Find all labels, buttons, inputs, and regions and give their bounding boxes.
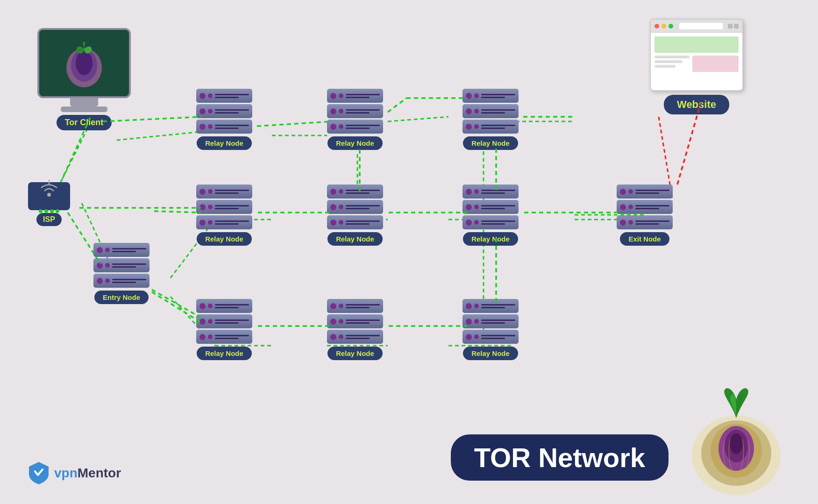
tor-client: Tor Client (37, 28, 131, 130)
server-stack (327, 185, 383, 229)
relay-node-top-1: Relay Node (196, 89, 252, 150)
isp-router: ISP (28, 182, 70, 226)
server-stack (462, 89, 519, 134)
browser-dot-red (654, 24, 659, 28)
browser-dot-yellow (662, 24, 666, 28)
server-stack (327, 89, 383, 134)
router-icon (28, 182, 70, 210)
relay-node-mid-3: Relay Node (462, 185, 519, 246)
svg-point-29 (730, 433, 743, 454)
router-lights (39, 209, 59, 213)
entry-node-label: Entry Node (94, 291, 149, 304)
vpnmentor-text: vpnMentor (54, 466, 121, 481)
tor-client-label: Tor Client (57, 115, 112, 130)
relay-node-bot-2: Relay Node (327, 299, 383, 360)
browser-pink-area (692, 56, 739, 72)
relay-node-mid-2: Relay Node (327, 185, 383, 246)
monitor-base (61, 106, 107, 112)
server-stack (462, 299, 519, 344)
main-diagram: Tor Client ISP (0, 0, 818, 504)
relay-label-t3: Relay Node (463, 136, 518, 150)
svg-line-49 (677, 103, 701, 185)
svg-line-36 (388, 98, 406, 112)
monitor-stand (70, 98, 98, 106)
browser-titlebar (651, 20, 742, 33)
browser-dot-green (669, 24, 673, 28)
server-stack-entry (93, 243, 149, 288)
tor-client-monitor (37, 28, 131, 98)
relay-node-top-3: Relay Node (462, 89, 519, 150)
svg-line-6 (388, 117, 448, 121)
exit-node-label: Exit Node (620, 232, 669, 246)
onion-large-icon (678, 367, 795, 499)
vpnmentor-shield-icon (28, 461, 50, 485)
svg-point-22 (47, 193, 51, 197)
svg-line-35 (257, 121, 332, 126)
relay-node-top-2: Relay Node (327, 89, 383, 150)
tor-network-badge: TOR Network (451, 434, 669, 481)
browser-window (650, 19, 743, 91)
server-stack (196, 299, 252, 344)
svg-line-39 (154, 211, 201, 213)
svg-line-43 (152, 292, 201, 322)
relay-label-t1: Relay Node (197, 136, 252, 150)
vpnmentor-logo: vpnMentor (28, 461, 121, 485)
website-label: Website (664, 95, 729, 114)
browser-green-area (654, 36, 739, 53)
tor-onion-icon (61, 37, 107, 89)
svg-line-34 (152, 290, 201, 318)
exit-node: Exit Node (617, 185, 673, 246)
wifi-icon (37, 180, 61, 199)
entry-node: Entry Node (93, 243, 149, 304)
server-stack (196, 185, 252, 229)
vpn-text: vpn (54, 466, 78, 480)
relay-node-mid-1: Relay Node (196, 185, 252, 246)
server-stack (327, 299, 383, 344)
relay-label-b1: Relay Node (197, 347, 252, 360)
large-onion-svg (678, 367, 795, 497)
server-stack (462, 185, 519, 229)
mentor-text: Mentor (78, 466, 121, 480)
svg-point-21 (76, 51, 92, 75)
relay-label-m2: Relay Node (327, 232, 383, 246)
relay-label-t2: Relay Node (327, 136, 383, 150)
relay-label-m3: Relay Node (463, 232, 518, 246)
website: Website (650, 19, 743, 114)
relay-label-m1: Relay Node (197, 232, 252, 246)
browser-content (651, 33, 742, 76)
isp-label: ISP (36, 213, 62, 226)
relay-label-b2: Relay Node (327, 347, 383, 360)
server-stack (196, 89, 252, 134)
relay-node-bot-1: Relay Node (196, 299, 252, 360)
tor-network-label: TOR Network (474, 442, 645, 473)
server-stack-exit (617, 185, 673, 229)
relay-label-b3: Relay Node (463, 347, 518, 360)
relay-node-bot-3: Relay Node (462, 299, 519, 360)
